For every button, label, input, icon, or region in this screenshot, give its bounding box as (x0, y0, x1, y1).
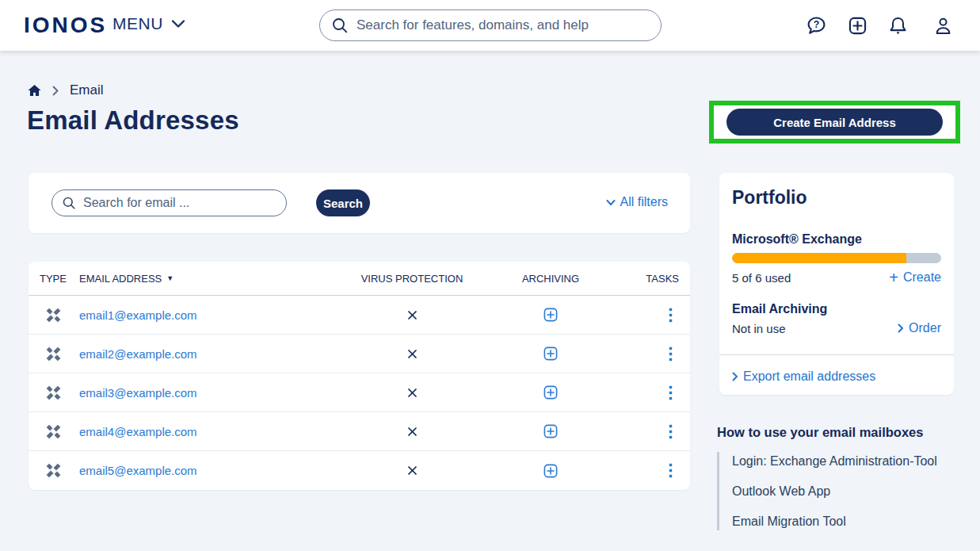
exchange-logo-icon (46, 308, 61, 323)
email-address-link[interactable]: email2@example.com (79, 347, 341, 361)
table-row: email3@example.com (29, 373, 690, 412)
table-row: email2@example.com (29, 335, 690, 373)
breadcrumb-chevron-icon (52, 86, 59, 96)
kebab-menu-icon[interactable] (665, 343, 676, 365)
chevron-down-icon (606, 199, 616, 206)
menu-button[interactable]: MENU (112, 14, 185, 33)
chevron-right-icon (898, 323, 904, 333)
virus-protection-status (341, 388, 483, 398)
x-icon (407, 465, 418, 476)
plus-box-icon (543, 464, 558, 478)
kebab-menu-icon[interactable] (665, 382, 676, 404)
archiving-add-button[interactable] (483, 424, 618, 438)
order-archiving-link[interactable]: Order (898, 321, 941, 335)
exchange-logo-icon (46, 385, 61, 400)
plus-box-icon (543, 346, 558, 361)
menu-label: MENU (112, 14, 163, 33)
email-search-box[interactable] (51, 189, 287, 216)
add-product-icon (847, 15, 868, 36)
email-archiving-status: Not in use (732, 322, 786, 335)
page-title: Email Addresses (27, 105, 239, 136)
table-row: email1@example.com (29, 296, 690, 335)
breadcrumb: Email (28, 82, 104, 98)
sort-desc-icon: ▼ (166, 274, 174, 282)
export-email-addresses-link[interactable]: Export email addresses (732, 369, 941, 384)
all-filters-label: All filters (620, 195, 668, 209)
exchange-logo-icon (46, 424, 61, 439)
create-email-address-button[interactable]: Create Email Address (726, 109, 943, 136)
portfolio-card: Portfolio Microsoft® Exchange 5 of 6 use… (719, 173, 954, 395)
plus-icon: + (889, 272, 898, 283)
all-filters-toggle[interactable]: All filters (606, 195, 668, 209)
archiving-add-button[interactable] (483, 346, 618, 361)
email-filter-card: Search All filters (29, 173, 690, 233)
mailbox-type-cell (40, 385, 79, 400)
kebab-menu-icon[interactable] (665, 460, 676, 481)
top-navigation-bar: IONOS MENU ? (0, 0, 980, 51)
email-search-input[interactable] (83, 196, 276, 210)
chevron-right-icon (732, 372, 738, 381)
link-exchange-admin-tool[interactable]: Login: Exchange Administration-Tool (732, 454, 959, 469)
search-icon (62, 196, 76, 210)
email-addresses-table: TYPE EMAIL ADDRESS ▼ VIRUS PROTECTION AR… (29, 262, 690, 490)
home-icon[interactable] (28, 84, 41, 97)
x-icon (407, 310, 418, 320)
howto-links-list: Login: Exchange Administration-Tool Outl… (717, 452, 959, 530)
kebab-menu-icon[interactable] (665, 421, 676, 442)
table-header-row: TYPE EMAIL ADDRESS ▼ VIRUS PROTECTION AR… (29, 262, 690, 296)
virus-protection-status (341, 427, 483, 437)
column-header-archiving[interactable]: ARCHIVING (483, 273, 618, 285)
link-email-migration-tool[interactable]: Email Migration Tool (732, 515, 959, 529)
card-divider (719, 354, 954, 355)
help-button[interactable]: ? (805, 14, 827, 36)
table-row: email5@example.com (29, 451, 690, 490)
mailbox-type-cell (40, 346, 79, 362)
mailbox-type-cell (40, 308, 79, 323)
archiving-add-button[interactable] (483, 385, 618, 400)
plus-box-icon (543, 308, 558, 322)
column-header-type[interactable]: TYPE (40, 273, 79, 285)
column-header-email-address[interactable]: EMAIL ADDRESS ▼ (79, 273, 341, 285)
howto-section: How to use your email mailboxes Login: E… (717, 425, 959, 530)
notifications-button[interactable] (887, 14, 909, 36)
add-product-button[interactable] (846, 14, 868, 36)
archiving-add-button[interactable] (483, 308, 618, 322)
virus-protection-status (341, 465, 483, 476)
global-search-bar[interactable] (319, 10, 662, 41)
exchange-logo-icon (46, 463, 61, 478)
exchange-usage-progress-fill (732, 253, 906, 263)
email-address-link[interactable]: email3@example.com (79, 386, 341, 400)
breadcrumb-item-email[interactable]: Email (70, 82, 104, 98)
exchange-product-name: Microsoft® Exchange (732, 232, 941, 247)
x-icon (407, 349, 418, 359)
exchange-logo-icon (46, 346, 61, 362)
table-row: email4@example.com (29, 412, 690, 451)
portfolio-title: Portfolio (732, 187, 941, 209)
notifications-bell-icon (887, 15, 909, 36)
link-outlook-web-app[interactable]: Outlook Web App (732, 484, 959, 499)
plus-box-icon (543, 385, 558, 400)
howto-title: How to use your email mailboxes (717, 425, 959, 440)
email-address-link[interactable]: email5@example.com (79, 464, 341, 477)
x-icon (407, 427, 418, 437)
account-button[interactable] (932, 14, 954, 36)
create-mailbox-link[interactable]: + Create (889, 270, 941, 285)
email-address-link[interactable]: email1@example.com (79, 308, 341, 322)
chevron-down-icon (171, 19, 185, 29)
column-header-virus-protection[interactable]: VIRUS PROTECTION (341, 273, 483, 285)
account-user-icon (932, 15, 954, 36)
mailbox-type-cell (40, 424, 79, 439)
kebab-menu-icon[interactable] (665, 304, 676, 326)
search-icon (331, 17, 349, 34)
exchange-usage-progress-bar (732, 253, 941, 263)
exchange-usage-label: 5 of 6 used (732, 271, 791, 285)
plus-box-icon (543, 424, 558, 438)
ionos-logo[interactable]: IONOS (24, 13, 107, 38)
global-search-input[interactable] (357, 17, 650, 33)
x-icon (407, 388, 418, 398)
email-address-link[interactable]: email4@example.com (79, 425, 341, 438)
search-button[interactable]: Search (316, 189, 370, 216)
virus-protection-status (341, 310, 483, 320)
create-email-highlight-box: Create Email Address (709, 101, 960, 143)
archiving-add-button[interactable] (483, 464, 618, 478)
